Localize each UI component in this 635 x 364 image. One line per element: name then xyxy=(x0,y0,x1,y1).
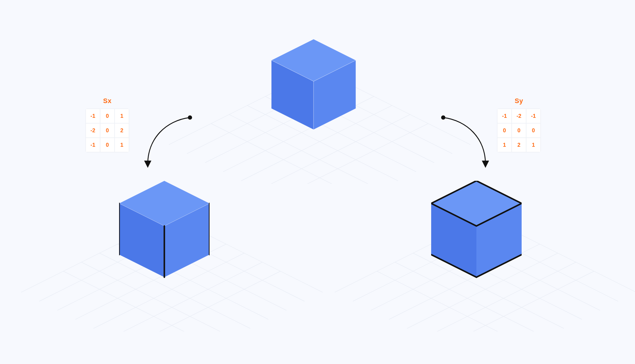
svg-line-34 xyxy=(377,271,528,331)
svg-line-0 xyxy=(320,69,470,145)
iso-grid-top xyxy=(169,69,470,184)
svg-line-5 xyxy=(229,115,380,184)
svg-line-22 xyxy=(39,226,190,301)
svg-line-55 xyxy=(431,255,476,277)
kernel-sx: Sx -1 0 1 -2 0 2 -1 0 1 xyxy=(85,97,129,152)
kernel-cell: -2 xyxy=(86,123,100,138)
svg-line-28 xyxy=(485,217,635,292)
svg-marker-43 xyxy=(271,60,314,130)
svg-marker-42 xyxy=(271,39,356,81)
kernel-sy: Sy -1 -2 -1 0 0 0 1 2 1 xyxy=(497,97,541,152)
kernel-cell: -1 xyxy=(86,109,100,123)
kernel-sy-grid: -1 -2 -1 0 0 0 1 2 1 xyxy=(497,108,541,152)
svg-marker-52 xyxy=(431,203,476,277)
cube-sy-result-icon xyxy=(431,181,522,283)
svg-line-27 xyxy=(130,271,280,331)
svg-line-6 xyxy=(211,124,362,184)
svg-marker-46 xyxy=(119,203,164,277)
arrow-right-icon xyxy=(428,111,494,173)
svg-line-24 xyxy=(75,244,226,319)
svg-marker-53 xyxy=(476,203,522,277)
svg-line-2 xyxy=(283,87,434,163)
svg-line-40 xyxy=(425,262,576,331)
kernel-cell: -2 xyxy=(512,109,526,123)
svg-line-8 xyxy=(187,78,338,154)
kernel-cell: -1 xyxy=(86,138,100,152)
svg-line-37 xyxy=(371,235,522,310)
svg-line-25 xyxy=(93,253,244,328)
svg-line-11 xyxy=(241,105,392,181)
svg-line-33 xyxy=(395,262,546,331)
svg-marker-45 xyxy=(119,181,210,226)
svg-line-7 xyxy=(169,69,320,145)
svg-line-12 xyxy=(259,115,410,184)
svg-line-17 xyxy=(118,244,268,319)
kernel-cell: 1 xyxy=(115,109,129,123)
svg-line-30 xyxy=(449,235,600,310)
kernel-cell: 1 xyxy=(526,138,541,152)
svg-line-32 xyxy=(413,253,564,328)
cube-sx-result-icon xyxy=(119,181,210,283)
svg-marker-47 xyxy=(164,203,210,277)
kernel-sx-label: Sx xyxy=(85,97,129,105)
kernel-cell: 0 xyxy=(512,123,526,138)
svg-line-31 xyxy=(431,244,582,319)
kernel-cell: 1 xyxy=(115,138,129,152)
svg-line-26 xyxy=(112,262,262,331)
svg-marker-44 xyxy=(314,60,356,130)
svg-line-10 xyxy=(223,96,374,172)
svg-line-9 xyxy=(205,87,356,163)
kernel-cell: 0 xyxy=(100,123,115,138)
svg-line-20 xyxy=(63,271,214,331)
svg-line-14 xyxy=(172,217,323,292)
svg-line-29 xyxy=(467,226,618,301)
svg-line-15 xyxy=(154,226,305,301)
svg-line-19 xyxy=(81,262,232,331)
svg-point-58 xyxy=(441,115,445,120)
kernel-cell: 0 xyxy=(526,123,541,138)
kernel-cell: 0 xyxy=(100,138,115,152)
iso-grid-right xyxy=(335,217,635,331)
svg-line-39 xyxy=(407,253,558,328)
svg-line-56 xyxy=(476,255,522,277)
svg-line-23 xyxy=(57,235,208,310)
kernel-cell: -1 xyxy=(526,109,541,123)
svg-line-3 xyxy=(265,96,416,172)
arrow-left-icon xyxy=(139,111,205,173)
svg-line-38 xyxy=(389,244,540,319)
kernel-cell: 0 xyxy=(497,123,512,138)
svg-line-41 xyxy=(443,271,594,331)
kernel-cell: 2 xyxy=(115,123,129,138)
svg-marker-54 xyxy=(431,181,522,226)
cube-original-icon xyxy=(271,39,356,136)
svg-marker-51 xyxy=(431,181,522,226)
diagram-stage: Sx -1 0 1 -2 0 2 -1 0 1 Sy -1 -2 -1 0 0 … xyxy=(0,0,635,364)
kernel-cell: 1 xyxy=(497,138,512,152)
svg-line-21 xyxy=(21,217,172,292)
kernel-cell: 0 xyxy=(100,109,115,123)
svg-line-16 xyxy=(136,235,286,310)
kernel-sx-grid: -1 0 1 -2 0 2 -1 0 1 xyxy=(85,108,129,152)
svg-point-57 xyxy=(188,115,192,120)
svg-line-1 xyxy=(302,78,452,154)
kernel-cell: 2 xyxy=(512,138,526,152)
iso-grid-left xyxy=(21,217,323,331)
svg-line-18 xyxy=(100,253,250,328)
svg-line-35 xyxy=(335,217,485,292)
svg-line-36 xyxy=(353,226,504,301)
kernel-sy-label: Sy xyxy=(497,97,541,105)
svg-line-4 xyxy=(247,105,398,181)
kernel-cell: -1 xyxy=(497,109,512,123)
svg-line-13 xyxy=(277,124,428,184)
